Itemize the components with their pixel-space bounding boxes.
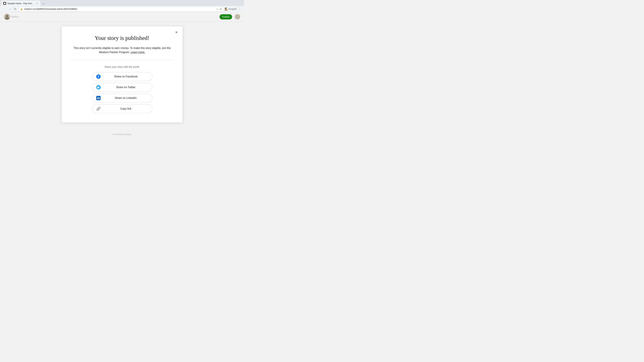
modal-overlay: × Your story is published! This story is… (0, 12, 244, 137)
link-icon (96, 106, 101, 111)
twitter-button-label: Share on Twitter (104, 86, 148, 89)
twitter-icon (96, 85, 101, 90)
incognito-badge: 🕵 Incognito (224, 7, 237, 10)
page-background: Medium Publish × Your story is published… (0, 12, 244, 137)
modal-divider (70, 60, 174, 60)
share-twitter-button[interactable]: Share on Twitter (92, 83, 152, 92)
watermark: TechWithAlomsBajo (112, 133, 132, 135)
active-tab[interactable]: Sample Article - Fely Smith - M ✕ (1, 1, 40, 6)
url-text: medium.com/@89f4222e/sample-article-0044… (24, 8, 215, 10)
copy-link-button[interactable]: Copy link (92, 104, 152, 113)
tab-title: Sample Article - Fely Smith - M (8, 2, 34, 5)
back-button[interactable]: ← (2, 7, 7, 11)
share-prompt: Share your story with the world. (70, 65, 174, 68)
subtitle-text: This story isn't currently eligible to e… (74, 46, 171, 54)
browser-chrome: Sample Article - Fely Smith - M ✕ + ← → … (0, 0, 244, 12)
tab-favicon (3, 2, 6, 5)
split-screen-icon: ⊡ (220, 8, 222, 10)
share-linkedin-button[interactable]: Share on LinkedIn (92, 94, 152, 102)
browser-toolbar: ← → ↻ 🔒 medium.com/@89f4222e/sample-arti… (0, 6, 244, 12)
svg-point-6 (97, 97, 98, 97)
lock-icon: 🔒 (20, 8, 23, 10)
watermark-text: TechWithAlomsBajo (112, 133, 132, 135)
address-bar[interactable]: 🔒 medium.com/@89f4222e/sample-article-00… (18, 7, 224, 11)
published-modal: × Your story is published! This story is… (62, 26, 182, 122)
tab-close-button[interactable]: ✕ (36, 2, 38, 5)
modal-close-button[interactable]: × (174, 30, 179, 35)
linkedin-icon (96, 96, 101, 100)
forward-button[interactable]: → (8, 7, 12, 11)
share-buttons-container: Share on Facebook Share on Twitter (70, 72, 174, 113)
incognito-label: Incognito (228, 8, 237, 10)
modal-title: Your story is published! (70, 34, 174, 42)
facebook-button-label: Share on Facebook (104, 75, 148, 78)
linkedin-button-label: Share on LinkedIn (104, 96, 148, 99)
learn-more-link[interactable]: Learn more. (131, 51, 145, 54)
facebook-icon (96, 74, 101, 79)
modal-subtitle: This story isn't currently eligible to e… (70, 46, 174, 54)
tab-strip: Sample Article - Fely Smith - M ✕ + (0, 0, 244, 6)
svg-rect-5 (97, 97, 98, 99)
bookmark-icon: ☆ (216, 8, 218, 10)
refresh-button[interactable]: ↻ (13, 7, 18, 11)
copy-link-button-label: Copy link (104, 107, 148, 110)
more-options-button[interactable]: ⋮ (238, 7, 242, 11)
incognito-icon: 🕵 (224, 7, 228, 10)
new-tab-button[interactable]: + (41, 1, 46, 6)
share-facebook-button[interactable]: Share on Facebook (92, 72, 152, 81)
